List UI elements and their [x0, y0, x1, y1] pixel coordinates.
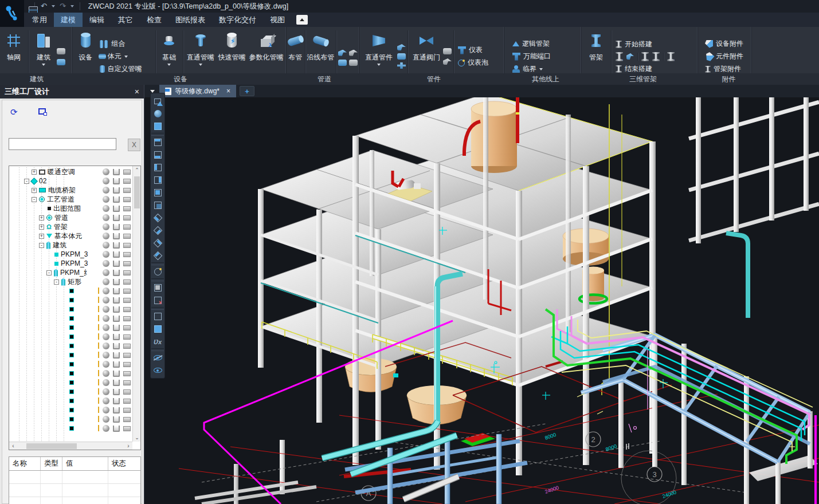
box-icon[interactable] — [123, 179, 131, 184]
sphere-icon[interactable] — [103, 214, 109, 221]
clamp-icon[interactable] — [113, 352, 120, 359]
window-icon[interactable] — [57, 59, 65, 65]
tree-item[interactable] — [9, 415, 132, 424]
box-icon[interactable] — [123, 353, 131, 358]
view-left-icon[interactable] — [151, 162, 164, 174]
clamp-icon[interactable] — [113, 288, 120, 294]
tree-item[interactable] — [9, 396, 132, 405]
clamp-icon[interactable] — [113, 426, 120, 432]
sphere-icon[interactable] — [103, 416, 109, 423]
sphere-icon[interactable] — [103, 342, 109, 349]
panel-header[interactable]: 三维工厂设计 × — [0, 85, 144, 99]
tree-item[interactable]: 出图范围 — [9, 204, 132, 213]
refresh-icon[interactable]: ⟳ — [10, 108, 18, 116]
clamp-icon[interactable] — [113, 178, 120, 184]
tree-item[interactable] — [9, 341, 132, 351]
tree-item[interactable] — [9, 351, 132, 360]
box-icon[interactable] — [123, 188, 131, 193]
menu-tab-0[interactable]: 常用 — [25, 13, 54, 27]
view-top-icon[interactable] — [151, 136, 164, 148]
box-icon[interactable] — [123, 252, 131, 257]
clamp-icon[interactable] — [113, 242, 120, 249]
pipe-fitting-icon[interactable] — [349, 50, 358, 56]
tree-item[interactable]: +管道 — [9, 213, 132, 222]
tab-list-dropd own-icon[interactable] — [150, 90, 155, 93]
clamp-icon[interactable] — [113, 325, 120, 331]
hide-objects-icon[interactable] — [151, 352, 164, 364]
sphere-icon[interactable] — [103, 397, 109, 404]
search-clear-button[interactable]: X — [128, 139, 140, 151]
ribbon-collapse-button[interactable] — [296, 15, 308, 25]
tree-item[interactable] — [9, 424, 132, 433]
sphere-icon[interactable] — [103, 407, 109, 414]
collapse-icon[interactable]: - — [32, 197, 37, 202]
orbit-icon[interactable] — [151, 266, 164, 278]
tree-item[interactable] — [9, 360, 132, 369]
tree-item[interactable]: -矩形 — [9, 277, 132, 286]
box-icon[interactable] — [123, 334, 131, 340]
sphere-icon[interactable] — [103, 168, 109, 175]
box-icon[interactable] — [123, 225, 131, 230]
view-front-icon[interactable] — [151, 187, 164, 199]
expand-icon[interactable]: + — [39, 215, 44, 220]
sphere-icon[interactable] — [103, 425, 109, 432]
sphere-icon[interactable] — [103, 288, 109, 294]
select-window-icon[interactable] — [38, 108, 46, 115]
expand-icon[interactable]: + — [39, 234, 44, 239]
scroll-right-icon[interactable]: › — [124, 442, 132, 450]
collapse-icon[interactable]: - — [46, 270, 52, 275]
tree-item[interactable] — [9, 305, 132, 314]
clamp-icon[interactable] — [113, 251, 120, 258]
scroll-down-icon[interactable]: ⌄ — [133, 434, 141, 442]
sphere-icon[interactable] — [103, 315, 109, 322]
collapse-icon[interactable]: - — [39, 243, 44, 248]
view-iso-ne-icon[interactable] — [151, 237, 164, 249]
section-box-icon[interactable] — [151, 282, 164, 294]
box-icon[interactable] — [123, 389, 131, 395]
clamp-icon[interactable] — [113, 187, 120, 194]
stairs-icon[interactable] — [57, 48, 65, 54]
start-build-button[interactable]: 开始搭建 — [613, 38, 675, 50]
sphere-icon[interactable] — [103, 205, 109, 212]
tree-item[interactable] — [9, 296, 132, 305]
view-bottom-icon[interactable] — [151, 149, 164, 161]
sphere-icon[interactable] — [103, 379, 109, 386]
sphere-icon[interactable] — [103, 178, 109, 184]
tee-icon[interactable] — [397, 53, 406, 60]
search-input[interactable] — [9, 138, 116, 150]
shaded-mode-icon[interactable] — [151, 323, 164, 335]
clamp-icon[interactable] — [113, 389, 120, 395]
app-logo-icon[interactable] — [0, 0, 24, 27]
universal-port-button[interactable]: 万能端口 — [510, 50, 553, 62]
tree-item[interactable] — [9, 387, 132, 396]
view-iso-sw-icon[interactable] — [151, 212, 164, 224]
tree-item[interactable]: +Ω管架 — [9, 222, 132, 231]
tree-item[interactable]: -建筑 — [9, 241, 132, 250]
clamp-icon[interactable] — [113, 270, 120, 276]
expand-icon[interactable]: + — [32, 170, 37, 175]
document-tab[interactable]: 等级修改.dwg* × — [159, 85, 236, 97]
box-icon[interactable] — [123, 170, 131, 175]
tree-item[interactable]: -工艺管道 — [9, 195, 132, 204]
clamp-icon[interactable] — [113, 334, 120, 340]
box-icon[interactable] — [123, 344, 131, 349]
collapse-icon[interactable]: - — [24, 179, 29, 184]
sphere-icon[interactable] — [103, 278, 109, 285]
clamp-icon[interactable] — [113, 215, 120, 221]
model-tree[interactable]: +暖通空调-02+电缆桥架-工艺管道出图范围+管道+Ω管架+基本体元-建筑PKP… — [9, 166, 141, 450]
menu-tab-7[interactable]: 视图 — [263, 13, 292, 27]
menu-tab-5[interactable]: 图纸报表 — [168, 13, 212, 27]
box-icon[interactable] — [123, 325, 131, 330]
clamp-icon[interactable] — [113, 169, 120, 175]
show-objects-icon[interactable] — [151, 364, 164, 376]
view-iso-nw-icon[interactable] — [151, 250, 164, 262]
box-icon[interactable] — [123, 206, 131, 211]
clamp-icon[interactable] — [113, 361, 120, 368]
sphere-icon[interactable] — [103, 251, 109, 258]
elbow-icon[interactable] — [397, 44, 406, 50]
view-right-icon[interactable] — [151, 174, 164, 186]
undo-icon[interactable]: ↶ — [40, 1, 48, 12]
viewport-canvas[interactable]: 2 3 A 8000 24000 8000 24000 — [144, 97, 819, 504]
tree-item[interactable]: -02 — [9, 176, 132, 186]
clamp-icon[interactable] — [113, 398, 120, 404]
